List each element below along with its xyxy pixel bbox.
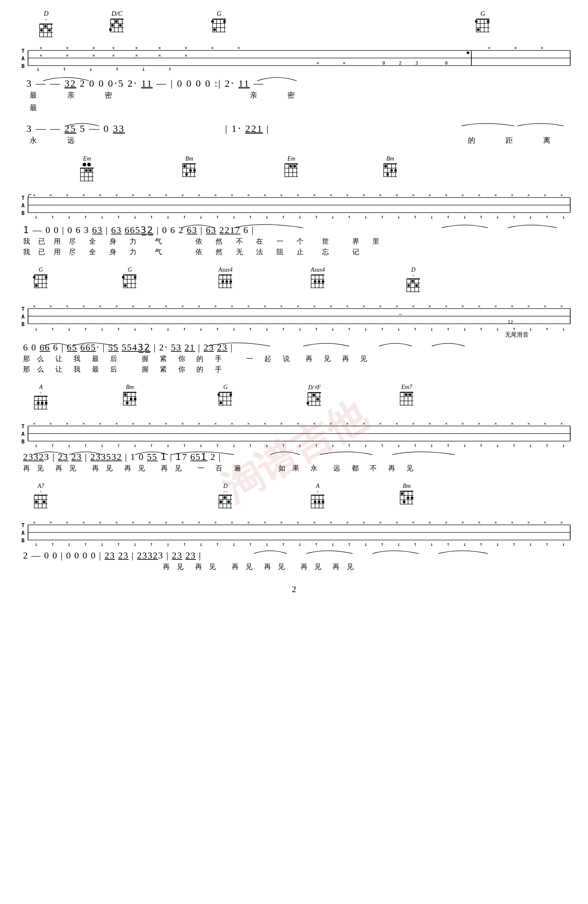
svg-text:↑: ↑ <box>545 213 549 220</box>
chord-A7-diagram <box>33 493 49 509</box>
svg-text:×: × <box>49 193 52 198</box>
lyrics-3b: 我 已 用 尽 全 身 力 气 依 然 无 法 阻 止 忘 记 <box>23 247 568 256</box>
svg-text:×: × <box>362 193 365 198</box>
svg-text:×: × <box>544 193 547 198</box>
svg-text:×: × <box>280 303 283 308</box>
lyric-text-1c: 最 <box>30 104 41 112</box>
svg-text:↓: ↓ <box>430 541 433 547</box>
svg-text:×: × <box>214 303 217 308</box>
svg-point-10 <box>40 29 43 32</box>
chord-G-4: G <box>122 266 138 291</box>
svg-text:T: T <box>21 306 25 312</box>
svg-text:×: × <box>33 421 36 426</box>
chord-D-diagram <box>38 22 54 39</box>
svg-point-212 <box>33 276 36 278</box>
chord-Bm-1: Bm <box>181 155 197 179</box>
svg-point-214 <box>35 284 38 287</box>
svg-text:↓: ↓ <box>364 541 368 547</box>
svg-point-236 <box>229 280 232 283</box>
svg-text:×: × <box>313 303 316 308</box>
svg-text:A: A <box>21 431 25 437</box>
svg-text:↓: ↓ <box>68 541 71 547</box>
section-6: A7 × D ×× <box>20 483 568 571</box>
svg-point-389 <box>405 393 407 396</box>
svg-text:×: × <box>527 303 530 308</box>
svg-point-75 <box>467 51 469 54</box>
svg-text:↑: ↑ <box>381 213 384 220</box>
svg-text:×: × <box>313 520 316 525</box>
lyric-text-3a: 我 已 用 尽 全 身 力 气 依 然 不 在 一 个 世 界 里 <box>23 237 383 245</box>
svg-text:↓: ↓ <box>166 541 170 547</box>
svg-text:↑: ↑ <box>282 326 285 332</box>
section-5: A × Bm <box>20 384 568 473</box>
chord-Em-1: Em ⬤⬤ <box>79 155 95 183</box>
svg-text:↑: ↑ <box>545 442 549 448</box>
svg-text:×: × <box>165 421 168 426</box>
svg-text:×: × <box>82 193 85 198</box>
tab-staff-5: T A B ↓ ↑ ↓ ↑ ↓ ↑ ↓ ↑ ↓ ↑ ↓ ↑ ↓ ↑ ↓ ↑ ↓ <box>20 519 574 547</box>
svg-text:↑: ↑ <box>512 213 516 220</box>
svg-text:A: A <box>21 313 25 320</box>
svg-point-31 <box>211 20 214 23</box>
svg-text:↓: ↓ <box>298 442 302 448</box>
svg-point-357 <box>126 401 128 404</box>
chord-G-1: G <box>211 10 228 35</box>
svg-text:×: × <box>247 421 250 426</box>
svg-text:A: A <box>21 55 25 62</box>
svg-text:↓: ↓ <box>266 326 269 332</box>
svg-text:×: × <box>181 303 184 308</box>
svg-text:↓: ↓ <box>101 213 104 220</box>
svg-point-94 <box>85 169 88 172</box>
svg-text:↓: ↓ <box>232 326 236 332</box>
svg-text:↓: ↓ <box>529 213 532 220</box>
svg-text:↓: ↓ <box>331 326 335 332</box>
svg-point-344 <box>41 401 44 404</box>
svg-text:×: × <box>264 193 266 198</box>
slide-annotation: 无尾滑音 <box>20 331 529 338</box>
svg-text:×: × <box>49 421 52 426</box>
notation-text-3: 1̇ — 0 0 | 0 6 3 63 | 63 6653̲2̲ | 0 6 2… <box>23 225 254 235</box>
svg-point-104 <box>183 165 186 168</box>
svg-point-42 <box>475 20 477 23</box>
svg-text:×: × <box>462 421 464 426</box>
svg-text:×: × <box>462 193 464 198</box>
svg-text:↓: ↓ <box>35 213 38 220</box>
svg-text:↓: ↓ <box>101 326 104 332</box>
svg-point-257 <box>415 284 418 287</box>
svg-text:↑: ↑ <box>480 541 483 547</box>
svg-text:↑: ↑ <box>216 326 219 332</box>
svg-text:×: × <box>395 303 398 308</box>
svg-text:×: × <box>478 421 481 426</box>
chord-Asus4-1-diagram <box>218 273 233 289</box>
svg-text:B: B <box>21 210 25 216</box>
svg-text:×: × <box>148 520 151 525</box>
svg-text:×: × <box>264 421 266 426</box>
chord-G-3: G <box>33 266 49 291</box>
chord-G-5: G <box>218 384 233 408</box>
svg-text:×: × <box>214 520 217 525</box>
svg-text:↓: ↓ <box>463 541 466 547</box>
svg-text:×: × <box>115 421 118 426</box>
chord-DF: D/♯F <box>307 384 322 408</box>
svg-text:↑: ↑ <box>414 442 417 448</box>
svg-text:×: × <box>395 193 398 198</box>
svg-text:B: B <box>21 438 25 445</box>
svg-text:×: × <box>511 193 514 198</box>
svg-text:×: × <box>395 421 398 426</box>
svg-text:×: × <box>165 303 168 308</box>
svg-text:↑: ↑ <box>414 541 417 547</box>
svg-text:×: × <box>412 421 415 426</box>
svg-point-235 <box>226 280 228 283</box>
page: 淘谱吉他 D × <box>0 0 588 904</box>
svg-text:×: × <box>33 303 36 308</box>
svg-text:↓: ↓ <box>35 442 38 448</box>
svg-text:×: × <box>511 303 514 308</box>
svg-text:T: T <box>21 522 25 528</box>
svg-point-126 <box>384 165 387 168</box>
svg-text:↓: ↓ <box>364 213 368 220</box>
svg-text:↑: ↑ <box>282 442 285 448</box>
svg-text:×: × <box>66 45 68 51</box>
svg-text:↓: ↓ <box>331 442 335 448</box>
svg-point-22 <box>109 28 112 31</box>
svg-text:×: × <box>148 303 151 308</box>
